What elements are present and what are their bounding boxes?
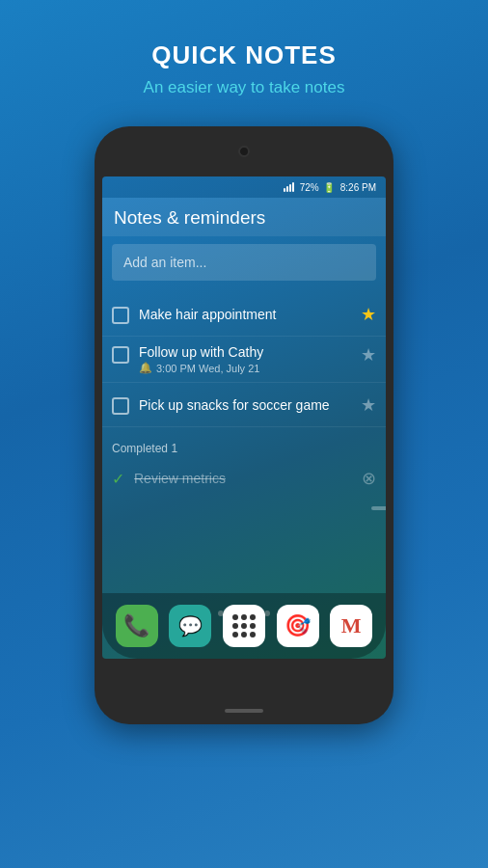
completed-label: Completed 1 (112, 442, 177, 455)
add-item-placeholder: Add an item... (123, 255, 365, 270)
todo-checkbox-0[interactable] (112, 307, 129, 324)
battery-icon: 🔋 (323, 182, 335, 193)
todo-item-1: Follow up with Cathy 🔔 3:00 PM Wed, July… (102, 337, 386, 383)
app-icon-camera[interactable]: 🎯 (277, 605, 319, 647)
completed-item-0: ✓ Review metrics ⊗ (102, 460, 386, 497)
status-icons: 72% 🔋 8:26 PM (284, 182, 376, 193)
todo-checkbox-1[interactable] (112, 346, 129, 364)
app-title-bar: Notes & reminders (102, 198, 386, 236)
phone-camera (238, 146, 250, 157)
app-icon-gmail[interactable]: M (330, 605, 372, 647)
phone-mockup: 72% 🔋 8:26 PM Notes & reminders Add an i… (95, 126, 393, 724)
phone-screen: 72% 🔋 8:26 PM Notes & reminders Add an i… (102, 176, 386, 659)
grid-icon (232, 614, 256, 637)
time-text: 8:26 PM (340, 182, 376, 193)
header-section: QUICK NOTES An easier way to take notes (144, 41, 345, 97)
bell-icon-1: 🔔 (139, 362, 152, 374)
phone-home-bar (225, 709, 263, 713)
app-title: Notes & reminders (114, 207, 374, 229)
todo-reminder-1: 🔔 3:00 PM Wed, July 21 (139, 362, 361, 374)
completed-text-0: Review metrics (134, 471, 362, 486)
star-icon-2[interactable]: ★ (361, 394, 376, 416)
app-subtitle: An easier way to take notes (144, 78, 345, 97)
star-icon-1[interactable]: ★ (361, 344, 376, 366)
todo-text-2: Pick up snacks for soccer game (139, 397, 361, 413)
todo-list: Make hair appointment ★ Follow up with C… (102, 288, 386, 431)
status-bar: 72% 🔋 8:26 PM (102, 176, 386, 198)
remove-icon-0[interactable]: ⊗ (362, 468, 376, 489)
app-main-title: QUICK NOTES (144, 41, 345, 70)
battery-text: 72% (300, 182, 319, 193)
swipe-handle (371, 506, 386, 510)
todo-item-0: Make hair appointment ★ (102, 292, 386, 337)
bottom-app-bar: 📞 💬 🎯 M (102, 593, 386, 659)
todo-content-1: Follow up with Cathy 🔔 3:00 PM Wed, July… (139, 344, 361, 374)
star-icon-0[interactable]: ★ (361, 304, 376, 325)
signal-icon (284, 182, 294, 192)
app-icon-phone[interactable]: 📞 (116, 605, 158, 647)
todo-checkbox-2[interactable] (112, 397, 129, 415)
todo-text-1: Follow up with Cathy (139, 344, 361, 360)
todo-item-2: Pick up snacks for soccer game ★ (102, 383, 386, 427)
checkmark-icon-0: ✓ (112, 470, 124, 488)
todo-reminder-text-1: 3:00 PM Wed, July 21 (156, 363, 259, 374)
phone-frame: 72% 🔋 8:26 PM Notes & reminders Add an i… (95, 126, 393, 724)
app-icon-apps[interactable] (223, 605, 265, 647)
add-item-input[interactable]: Add an item... (112, 244, 376, 281)
completed-section: Completed 1 (102, 431, 386, 460)
todo-text-0: Make hair appointment (139, 307, 361, 322)
app-icon-messages[interactable]: 💬 (169, 605, 211, 647)
